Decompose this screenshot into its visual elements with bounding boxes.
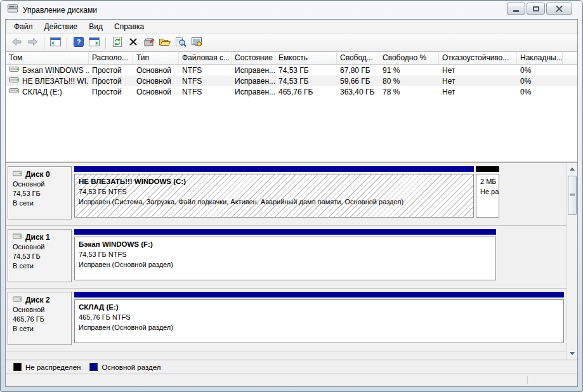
- column-header-filesystem[interactable]: Файловая с...: [179, 52, 232, 64]
- forward-button[interactable]: [25, 36, 40, 50]
- partition-color-bar: [74, 166, 474, 172]
- disk-icon: [13, 170, 23, 180]
- disk-row-1: Диск 1 Основной 74,53 ГБ В сети Бэкап WI…: [6, 226, 567, 289]
- cell-type: Основной: [133, 88, 179, 96]
- partition-color-bar: [476, 166, 499, 172]
- partition-e[interactable]: СКЛАД (E:) 465,76 ГБ NTFS Исправен (Осно…: [74, 292, 564, 346]
- partition-size: 2 МБ: [480, 176, 495, 186]
- menu-view[interactable]: Вид: [83, 20, 108, 33]
- partition-size: 465,76 ГБ NTFS: [79, 312, 560, 322]
- toolbar: ?: [6, 34, 577, 52]
- column-header-free-pct[interactable]: Свободно %: [379, 52, 439, 64]
- partition-c[interactable]: НЕ ВЛЕЗАТЬ!!! WINDOWS (C:) 74,53 ГБ NTFS…: [74, 166, 474, 220]
- forward-icon: [27, 36, 39, 49]
- help-icon: ?: [74, 37, 84, 49]
- disk-info-panel[interactable]: Диск 0 Основной 74,53 ГБ В сети: [8, 166, 72, 219]
- cell-free-pct: 91 %: [379, 66, 439, 75]
- arrow-up-icon: [570, 167, 575, 171]
- action-pane-button[interactable]: [87, 36, 102, 50]
- refresh-button[interactable]: [110, 36, 124, 50]
- cell-status: Исправен...: [232, 77, 275, 86]
- window-title: Управление дисками: [23, 6, 97, 15]
- titlebar[interactable]: Управление дисками: [5, 1, 578, 19]
- action-pane-icon: [88, 37, 100, 49]
- partition-size: 74,53 ГБ NTFS: [79, 186, 469, 197]
- scroll-down-button[interactable]: [568, 349, 577, 358]
- disk-track: СКЛАД (E:) 465,76 ГБ NTFS Исправен (Осно…: [74, 292, 564, 346]
- maximize-button[interactable]: [527, 3, 545, 15]
- menu-action[interactable]: Действие: [39, 20, 84, 33]
- open-folder-icon: [159, 37, 171, 49]
- cell-overhead: 0%: [517, 88, 563, 96]
- column-header-free[interactable]: Свобод...: [337, 52, 379, 64]
- window-controls: [507, 3, 572, 15]
- primary-partition-swatch-icon: [89, 363, 98, 371]
- disk-status: В сети: [13, 199, 67, 208]
- partition-f[interactable]: Бэкап WINDOWS (F:) 74,53 ГБ NTFS Исправе…: [74, 229, 496, 283]
- table-row[interactable]: НЕ ВЛЕЗАТЬ!!! WI... Простой Основной NTF…: [6, 75, 577, 86]
- cell-fault-tolerance: Нет: [439, 77, 517, 86]
- help-button[interactable]: ?: [71, 36, 86, 50]
- delete-button[interactable]: [126, 36, 140, 50]
- partition-unallocated[interactable]: 2 МБ Не распределен: [476, 166, 499, 220]
- legend-bar: Не распределен Основной раздел: [6, 360, 577, 374]
- minimize-icon: [513, 10, 519, 12]
- app-icon: [8, 4, 18, 16]
- arrow-down-icon: [570, 352, 575, 355]
- cell-type: Основной: [133, 77, 179, 86]
- cell-filesystem: NTFS: [179, 66, 232, 75]
- disk-icon: [13, 296, 23, 305]
- partition-color-bar: [74, 292, 564, 297]
- back-button[interactable]: [10, 36, 24, 50]
- disk-size: 74,53 ГБ: [13, 252, 67, 261]
- disk-status: В сети: [13, 324, 67, 334]
- client-area: Файл Действие Вид Справка ? Том: [5, 19, 578, 387]
- partition-label: НЕ ВЛЕЗАТЬ!!! WINDOWS (C:): [79, 176, 469, 186]
- table-row[interactable]: СКЛАД (E:) Простой Основной NTFS Исправе…: [6, 86, 577, 97]
- column-header-status[interactable]: Состояние: [232, 52, 275, 64]
- disk-track: Бэкап WINDOWS (F:) 74,53 ГБ NTFS Исправе…: [74, 229, 496, 283]
- partition-body: Бэкап WINDOWS (F:) 74,53 ГБ NTFS Исправе…: [74, 237, 496, 280]
- disk-name: Диск 1: [25, 233, 50, 242]
- cell-overhead: 0%: [517, 77, 563, 86]
- legend-label: Не распределен: [25, 363, 81, 371]
- properties-button[interactable]: [141, 36, 156, 50]
- refresh-icon: [112, 36, 122, 49]
- menu-file[interactable]: Файл: [8, 20, 39, 33]
- disk-info-panel[interactable]: Диск 2 Основной 465,76 ГБ В сети: [8, 292, 72, 345]
- volume-name: НЕ ВЛЕЗАТЬ!!! WI...: [22, 77, 89, 86]
- table-row[interactable]: Бэкап WINDOWS ... Простой Основной NTFS …: [6, 65, 577, 75]
- console-tree-button[interactable]: [48, 36, 63, 50]
- disk-type: Основной: [13, 305, 67, 315]
- disk-info-panel[interactable]: Диск 1 Основной 74,53 ГБ В сети: [8, 229, 72, 282]
- column-header-type[interactable]: Тип: [133, 52, 179, 64]
- column-header-overhead[interactable]: Накладны...: [517, 52, 563, 64]
- manage-computer-icon: [191, 37, 202, 49]
- scrollbar-thumb[interactable]: [568, 176, 577, 215]
- cell-filesystem: NTFS: [179, 88, 232, 96]
- status-bar: [6, 374, 577, 386]
- cell-overhead: 0%: [517, 66, 563, 75]
- disk-type: Основной: [13, 180, 67, 189]
- column-header-volume[interactable]: Том: [6, 52, 89, 64]
- find-button[interactable]: [173, 36, 188, 50]
- disk-row-0: Диск 0 Основной 74,53 ГБ В сети НЕ ВЛЕЗА…: [6, 163, 567, 226]
- toolbar-separator: [44, 37, 44, 49]
- status-bar-divider: [527, 376, 528, 384]
- menu-help[interactable]: Справка: [108, 20, 150, 33]
- scroll-up-button[interactable]: [568, 164, 577, 174]
- volume-list-header: Том Располо... Тип Файловая с... Состоян…: [6, 52, 577, 65]
- column-header-capacity[interactable]: Емкость: [275, 52, 337, 64]
- vertical-scrollbar[interactable]: [567, 163, 577, 360]
- disk-name: Диск 0: [25, 170, 50, 180]
- properties-icon: [143, 37, 155, 49]
- minimize-button[interactable]: [507, 3, 525, 15]
- cell-filesystem: NTFS: [179, 77, 232, 86]
- partition-body: СКЛАД (E:) 465,76 ГБ NTFS Исправен (Осно…: [74, 299, 564, 343]
- manage-computer-button[interactable]: [189, 36, 204, 50]
- column-header-layout[interactable]: Располо...: [89, 52, 133, 64]
- close-button[interactable]: [546, 3, 572, 15]
- cell-fault-tolerance: Нет: [439, 66, 517, 75]
- column-header-fault-tolerance[interactable]: Отказоустойчиво...: [439, 52, 517, 64]
- open-folder-button[interactable]: [157, 36, 172, 50]
